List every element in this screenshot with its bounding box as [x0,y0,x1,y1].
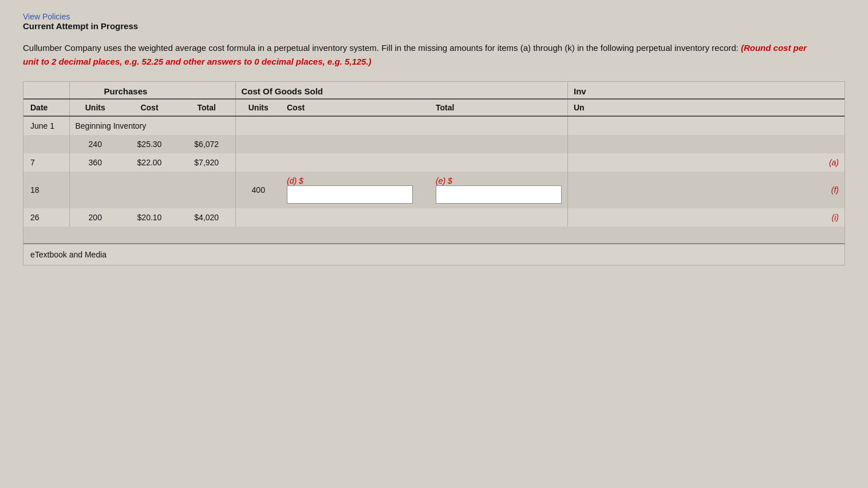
purch-total-col-header: Total [178,99,235,116]
problem-description: Cullumber Company uses the weighted aver… [23,41,824,69]
row-7-units: 360 [69,153,121,172]
purch-cost-col-header: Cost [121,99,178,116]
row-26-date: 26 [23,208,69,227]
row-240-cogs-total [430,135,568,153]
row-240-cost: $25.30 [121,135,178,153]
etextbook-label: eTextbook and Media [23,244,845,265]
row-240-units: 240 [69,135,121,153]
table-row: June 1 Beginning Inventory [23,116,845,135]
table-row: 7 360 $22.00 $7,920 (a) [23,153,845,172]
row-7-cogs-cost [281,153,430,172]
cogs-units-col-header: Units [235,99,281,116]
inv-section-header: Inv [568,82,845,99]
cogs-cost-col-header: Cost [281,99,430,116]
row-18-d-input[interactable] [287,185,413,204]
row-7-cogs-units [235,153,281,172]
row-26-units: 200 [69,208,121,227]
current-attempt-heading: Current Attempt in Progress [23,21,845,31]
view-policies-link[interactable]: View Policies [23,11,845,21]
table-row: 18 400 (d) $ (e) $ (f) [23,172,845,208]
row-7-total: $7,920 [178,153,235,172]
cogs-total-col-header: Total [430,99,568,116]
row-18-units [69,172,121,208]
footer-row: eTextbook and Media [23,244,845,265]
row-240-date [23,135,69,153]
row-26-cogs-units [235,208,281,227]
row-240-cogs-cost [281,135,430,153]
description-main: Cullumber Company uses the weighted aver… [23,43,741,53]
row-26-answer-key: (i) [568,208,845,227]
row-26-cogs-cost [281,208,430,227]
row-26-total: $4,020 [178,208,235,227]
purch-units-col-header: Units [69,99,121,116]
row-18-d-label: (d) $ [287,176,303,185]
row-18-cost [121,172,178,208]
row-june1-date: June 1 [23,116,69,135]
purchases-section-header: Purchases [69,82,235,99]
inventory-table-wrapper: Purchases Cost Of Goods Sold Inv Date Un… [23,81,845,265]
row-26-cost: $20.10 [121,208,178,227]
table-row: 240 $25.30 $6,072 [23,135,845,153]
inventory-table: Purchases Cost Of Goods Sold Inv Date Un… [23,82,845,265]
row-18-answer-key: (f) [568,172,845,208]
row-7-cogs-total [430,153,568,172]
page-container: View Policies Current Attempt in Progres… [0,0,868,488]
row-june1-cogs-units [235,116,281,135]
date-section-spacer [23,82,69,99]
row-7-answer-key: (a) [568,153,845,172]
cogs-section-header: Cost Of Goods Sold [235,82,568,99]
row-240-inv [568,135,845,153]
spacer-row [23,227,845,244]
row-june1-label: Beginning Inventory [69,116,235,135]
section-header-row: Purchases Cost Of Goods Sold Inv [23,82,845,99]
col-headers-row: Date Units Cost Total Units Cost Total U… [23,99,845,116]
row-18-date: 18 [23,172,69,208]
row-june1-inv [568,116,845,135]
row-18-cogs-total-cell: (e) $ [430,172,568,208]
row-18-e-label: (e) $ [436,176,452,185]
row-18-cogs-units: 400 [235,172,281,208]
inv-un-col-header: Un [568,99,845,116]
row-240-cogs-units [235,135,281,153]
row-june1-cogs-total [430,116,568,135]
row-26-cogs-total [430,208,568,227]
row-june1-cogs-cost [281,116,430,135]
table-row: 26 200 $20.10 $4,020 (i) [23,208,845,227]
row-18-cogs-cost-cell: (d) $ [281,172,430,208]
row-240-total: $6,072 [178,135,235,153]
row-18-e-input[interactable] [436,185,562,204]
row-18-total [178,172,235,208]
row-7-cost: $22.00 [121,153,178,172]
row-7-date: 7 [23,153,69,172]
date-col-header: Date [23,99,69,116]
